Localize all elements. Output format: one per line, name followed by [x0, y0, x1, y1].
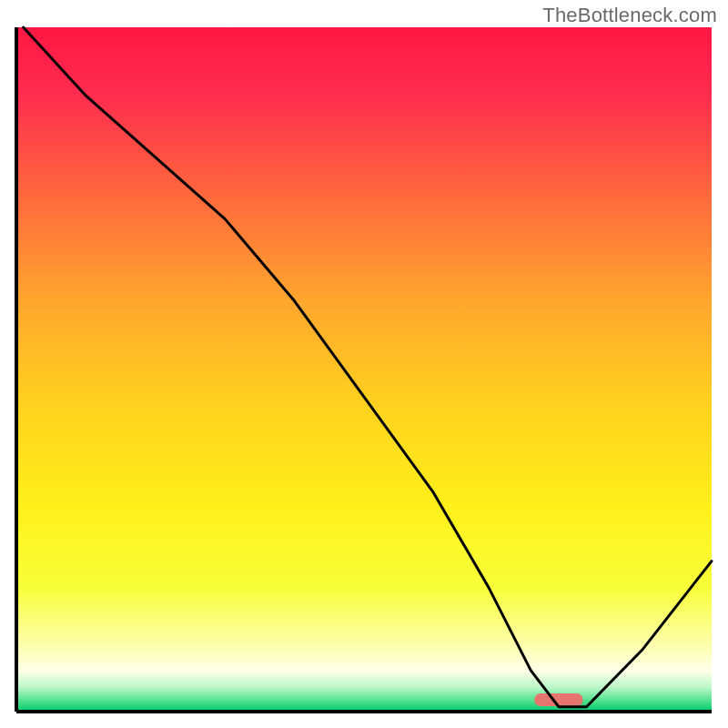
- optimal-range-marker: [534, 693, 582, 706]
- bottleneck-chart: [0, 0, 728, 728]
- gradient-background: [16, 27, 712, 712]
- chart-container: TheBottleneck.com: [0, 0, 728, 728]
